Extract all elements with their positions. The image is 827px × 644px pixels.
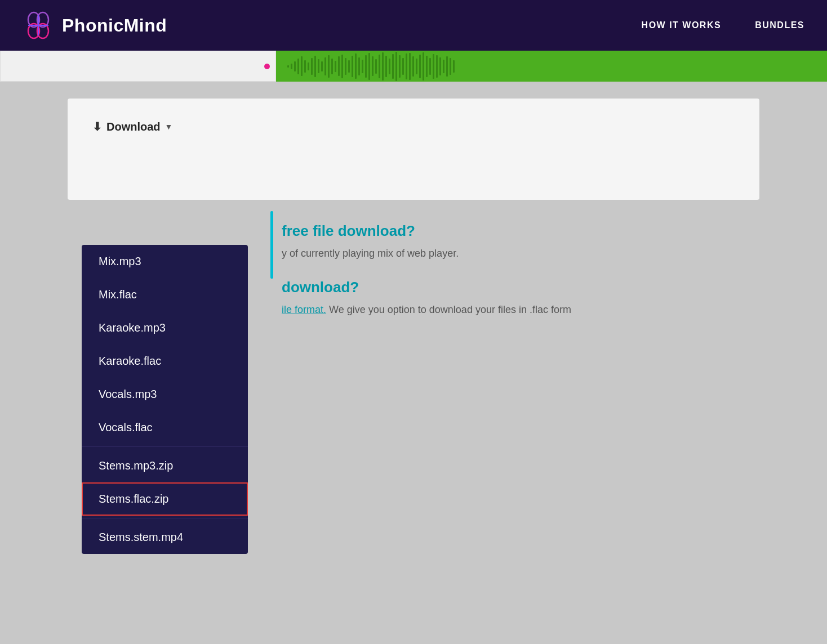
waveform-bar [291, 64, 292, 69]
player-left [0, 51, 276, 82]
waveform-bar [412, 56, 414, 77]
player-right [276, 51, 827, 82]
waveform-bar [375, 59, 377, 74]
dropdown-item-karaoke-flac[interactable]: Karaoke.flac [82, 345, 248, 378]
faq-answer-1: y of currently playing mix of web player… [282, 245, 737, 262]
download-label: Download [106, 120, 161, 133]
dropdown-divider [82, 518, 248, 518]
waveform-bar [429, 58, 431, 75]
waveform-bar [352, 56, 353, 77]
waveform-bar [341, 55, 343, 78]
waveform-bar [372, 56, 374, 76]
waveform-bar [355, 53, 357, 79]
player-strip [0, 51, 827, 82]
waveform-bar [335, 61, 336, 72]
chevron-down-icon: ▼ [165, 122, 173, 131]
faq-question-1: ​free file download? [282, 222, 737, 240]
player-dot [264, 64, 270, 69]
faq-answer-2: ile format. We give you option to downlo… [282, 302, 737, 318]
waveform-bar [392, 54, 394, 79]
waveform-bar [304, 60, 306, 73]
waveform-bar [311, 58, 313, 75]
dropdown-item-stems-mp3-zip[interactable]: Stems.mp3.zip [82, 449, 248, 482]
waveform-bar [406, 53, 407, 79]
logo-area: PhonicMind [23, 10, 167, 41]
waveform-bar [423, 52, 424, 80]
waveform-bar [308, 62, 309, 70]
main-content: ⬇ Download ▼ Mix.mp3Mix.flacKaraoke.mp3K… [0, 82, 827, 335]
waveform-bar [419, 55, 421, 78]
waveform-bar [345, 58, 346, 75]
download-icon: ⬇ [92, 120, 102, 133]
waveform-bar [365, 55, 367, 78]
waveform-bar [426, 56, 428, 77]
waveform-bar [446, 56, 448, 77]
waveform-bar [443, 60, 444, 73]
faq-section: ​free file download? y of currently play… [270, 205, 759, 335]
dropdown-item-mix-mp3[interactable]: Mix.mp3 [82, 245, 248, 278]
nav-links: HOW IT WORKS BUNDLES [642, 20, 804, 30]
faq-a2-text: We give you option to download your file… [329, 304, 571, 315]
dropdown-item-vocals-flac[interactable]: Vocals.flac [82, 411, 248, 444]
waveform-bar [301, 56, 303, 76]
waveform-bar [416, 59, 417, 74]
waveform-bar [297, 59, 299, 74]
dropdown-item-stems-stem-mp4[interactable]: Stems.stem.mp4 [82, 521, 248, 554]
waveform-bar [439, 57, 441, 75]
navbar: PhonicMind HOW IT WORKS BUNDLES [0, 0, 827, 51]
nav-bundles[interactable]: BUNDLES [755, 20, 804, 30]
teal-accent-bar [270, 211, 273, 279]
dropdown-item-mix-flac[interactable]: Mix.flac [82, 278, 248, 311]
waveform-bar [318, 59, 319, 73]
nav-how-it-works[interactable]: HOW IT WORKS [642, 20, 722, 30]
waveform-bar [294, 61, 296, 71]
faq-question-2: download? [282, 279, 737, 296]
waveform-bar [368, 53, 370, 80]
dropdown-menu: Mix.mp3Mix.flacKaraoke.mp3Karaoke.flacVo… [82, 245, 248, 554]
waveform-bar [362, 60, 363, 73]
waveform-bar [358, 57, 360, 75]
waveform-bar [385, 56, 387, 77]
waveform-bar [450, 58, 451, 75]
dropdown-item-stems-flac-zip[interactable]: Stems.flac.zip [82, 482, 248, 516]
white-panel: ⬇ Download ▼ [68, 99, 759, 200]
waveform-bar [379, 55, 380, 78]
logo-text: PhonicMind [62, 15, 167, 36]
waveform-bar [399, 55, 401, 78]
waveform-bar [287, 65, 289, 68]
logo-icon [23, 10, 54, 41]
waveform-bar [389, 59, 390, 74]
waveform-bar [402, 58, 404, 75]
waveform-bar [324, 57, 326, 75]
waveform-bar [314, 56, 316, 77]
dropdown-item-vocals-mp3[interactable]: Vocals.mp3 [82, 378, 248, 411]
waveform-bar [433, 54, 434, 79]
download-trigger[interactable]: ⬇ Download ▼ [90, 115, 175, 138]
waveform-bar [328, 55, 330, 78]
waveform-bar [382, 52, 384, 80]
flac-link[interactable]: ile format. [282, 304, 326, 315]
waveform-bar [338, 56, 340, 76]
waveform-bar [395, 52, 397, 81]
waveform-bar [348, 60, 350, 73]
waveform-bar [331, 59, 333, 74]
waveform-bar [409, 53, 411, 80]
waveform-bar [436, 55, 438, 78]
dropdown-divider [82, 446, 248, 447]
dropdown-item-karaoke-mp3[interactable]: Karaoke.mp3 [82, 311, 248, 345]
waveform-bar [453, 60, 455, 73]
waveform-bar [321, 61, 323, 71]
